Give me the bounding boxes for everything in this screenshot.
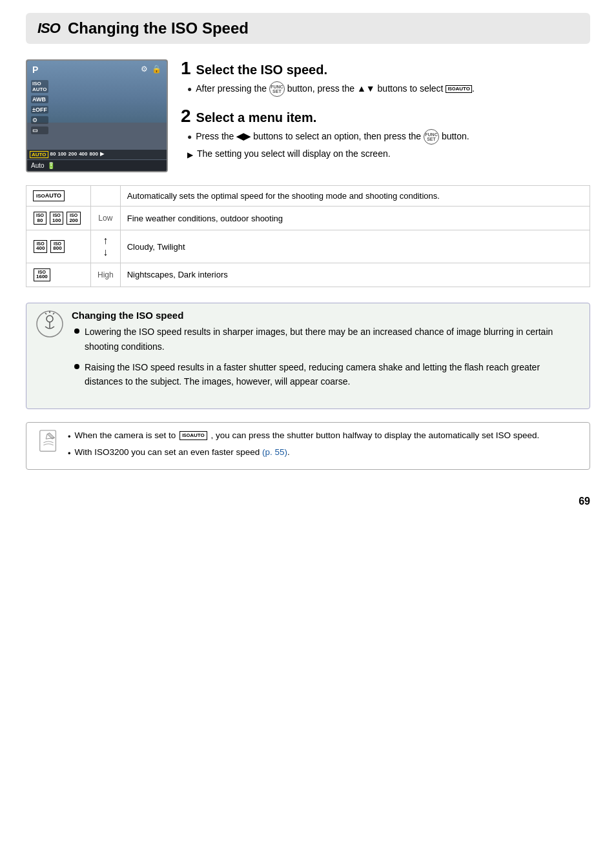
step-2: 2 Select a menu item. ● Press the ◀▶ but… [181, 107, 590, 161]
camera-screen-image: P ⚙ 🔒 ISOAUTO AWB ±OFF ⊙ ▭ AUTO 80 100 2… [26, 59, 168, 172]
iso-auto-table-badge: ISO AUTO [33, 190, 65, 201]
iso-auto-badge-step1: ISOAUTO [446, 85, 472, 93]
iso-mid-icon-cell: ISO400 ISO800 [26, 230, 91, 263]
iso-high-icon-cell: ISO1600 [26, 263, 91, 287]
step-2-bullet-2-text: The setting you select will display on t… [197, 147, 391, 161]
table-row-mid: ISO400 ISO800 ↑ ↓ Cloudy, Twilight [26, 230, 590, 263]
iso-auto-level [91, 186, 121, 207]
note-bullet-2-text: With ISO3200 you can set an even faster … [75, 446, 290, 459]
svg-point-1 [46, 316, 53, 322]
tip-bullet-2-text: Raising the ISO speed results in a faste… [85, 360, 580, 389]
note-bullet-dot-2: • [68, 447, 71, 460]
func-set-button-icon-1: FUNCSET [269, 81, 285, 97]
camera-iso-arrow: ▶ [100, 151, 104, 158]
bullet-arrow-2: ▶ [187, 149, 193, 161]
vertical-arrow: ↑ ↓ [98, 235, 114, 257]
tip-icon-svg [36, 310, 64, 338]
step-2-title: Select a menu item. [196, 110, 317, 125]
note-bullet-1: • When the camera is set to ISO AUTO , y… [68, 429, 579, 443]
tip-icon [36, 310, 64, 338]
table-row-high: ISO1600 High Nightscapes, Dark interiors [26, 263, 590, 287]
iso-mid-level: ↑ ↓ [91, 230, 121, 263]
note-bullet-2: • With ISO3200 you can set an even faste… [68, 446, 579, 460]
step-1-bullet-1: ● After pressing the FUNCSET button, pre… [187, 81, 590, 97]
table-row-auto: ISO AUTO Automatically sets the optimal … [26, 186, 590, 207]
note-bullet-1-text: When the camera is set to ISO AUTO , you… [75, 429, 540, 443]
iso3200-link[interactable]: (p. 55) [262, 447, 287, 457]
camera-exp-icon: ±OFF [31, 106, 48, 114]
tip-content: Changing the ISO speed Lowering the ISO … [72, 310, 580, 402]
iso-100-badge: ISO100 [50, 212, 63, 225]
step-1-bullet-1-text: After pressing the FUNCSET button, press… [196, 81, 475, 97]
iso-high-level: High [91, 263, 121, 287]
camera-gear-icon: ⚙ [141, 65, 148, 75]
iso-high-desc: Nightscapes, Dark interiors [120, 263, 590, 287]
steps-section: 1 Select the ISO speed. ● After pressing… [181, 59, 590, 172]
iso-400-badge: ISO400 [34, 240, 47, 253]
iso-auto-desc: Automatically sets the optimal speed for… [120, 186, 590, 207]
page-title: Changing the ISO Speed [68, 19, 249, 37]
top-section: P ⚙ 🔒 ISOAUTO AWB ±OFF ⊙ ▭ AUTO 80 100 2… [26, 59, 590, 172]
camera-iso-100: 100 [57, 151, 66, 158]
camera-lock-icon: 🔒 [152, 65, 161, 75]
camera-iso-bar: AUTO 80 100 200 400 800 ▶ [27, 150, 167, 159]
step-1-number: 1 [181, 59, 191, 77]
iso-mid-desc: Cloudy, Twilight [120, 230, 590, 263]
page-number: 69 [579, 496, 590, 507]
iso-low-desc: Fine weather conditions, outdoor shootin… [120, 206, 590, 230]
camera-bottom-bar: Auto 🔋 [27, 160, 167, 171]
iso-1600-badge: ISO1600 [34, 268, 50, 281]
step-1-title: Select the ISO speed. [196, 63, 327, 77]
note-content: • When the camera is set to ISO AUTO , y… [68, 429, 579, 463]
camera-iso-400: 400 [79, 151, 87, 158]
camera-left-icons: ISOAUTO AWB ±OFF ⊙ ▭ [31, 80, 48, 134]
table-row-low: ISO80 ISO100 ISO200 Low Fine weather con… [26, 206, 590, 230]
tip-bullet-dot-1 [74, 328, 79, 334]
tip-box: Changing the ISO speed Lowering the ISO … [26, 303, 590, 409]
step-2-header: 2 Select a menu item. [181, 107, 590, 125]
camera-iso-80: 80 [50, 151, 56, 158]
step-2-bullet-1: ● Press the ◀▶ buttons to select an opti… [187, 129, 590, 145]
iso-auto-icon-cell: ISO AUTO [26, 186, 91, 207]
camera-iso-icon: ISOAUTO [31, 80, 48, 93]
camera-metering-icon: ⊙ [31, 116, 48, 124]
step-1: 1 Select the ISO speed. ● After pressing… [181, 59, 590, 97]
camera-wb-icon: AWB [31, 96, 48, 103]
tip-bullet-2: Raising the ISO speed results in a faste… [74, 360, 580, 389]
svg-line-7 [46, 434, 47, 439]
note-bullet-dot-1: • [68, 430, 71, 443]
camera-iso-auto: AUTO [30, 151, 48, 158]
tip-bullet-1: Lowering the ISO speed results in sharpe… [74, 325, 580, 354]
bullet-dot-2: ● [187, 131, 192, 143]
tip-bullet-dot-2 [74, 364, 79, 369]
step-2-body: ● Press the ◀▶ buttons to select an opti… [181, 129, 590, 161]
iso-80-badge: ISO80 [34, 212, 46, 225]
iso-200-badge: ISO200 [67, 212, 80, 225]
note-icon-svg [38, 429, 59, 454]
iso-speed-table: ISO AUTO Automatically sets the optimal … [26, 185, 590, 287]
tip-title: Changing the ISO speed [72, 310, 580, 321]
camera-battery-icon: 🔋 [47, 162, 55, 169]
step-2-bullet-2: ▶ The setting you select will display on… [187, 147, 590, 161]
iso-header-icon: ISO [37, 20, 60, 37]
iso-auto-note-badge: ISO AUTO [180, 431, 207, 440]
camera-compress-icon: ▭ [31, 126, 48, 134]
note-icon [37, 429, 60, 454]
svg-line-3 [53, 313, 54, 314]
step-2-number: 2 [181, 107, 191, 125]
camera-mode-p: P [32, 65, 38, 75]
iso-low-icon-cell: ISO80 ISO100 ISO200 [26, 206, 91, 230]
step-1-body: ● After pressing the FUNCSET button, pre… [181, 81, 590, 97]
camera-top-bar: P ⚙ 🔒 [27, 65, 167, 75]
iso-mid-badges: ISO400 ISO800 [33, 239, 84, 254]
bullet-dot-1: ● [187, 83, 192, 95]
step-1-bullet-1-mid: button, press the ▲▼ buttons to select [287, 83, 446, 94]
camera-iso-200: 200 [68, 151, 77, 158]
iso-low-level: Low [91, 206, 121, 230]
note-box: • When the camera is set to ISO AUTO , y… [26, 422, 590, 470]
step-2-bullet-1-text: Press the ◀▶ buttons to select an option… [196, 129, 469, 145]
tip-bullets: Lowering the ISO speed results in sharpe… [72, 325, 580, 389]
camera-auto-label: Auto [31, 162, 45, 169]
svg-line-4 [45, 313, 46, 314]
camera-iso-800: 800 [90, 151, 98, 158]
